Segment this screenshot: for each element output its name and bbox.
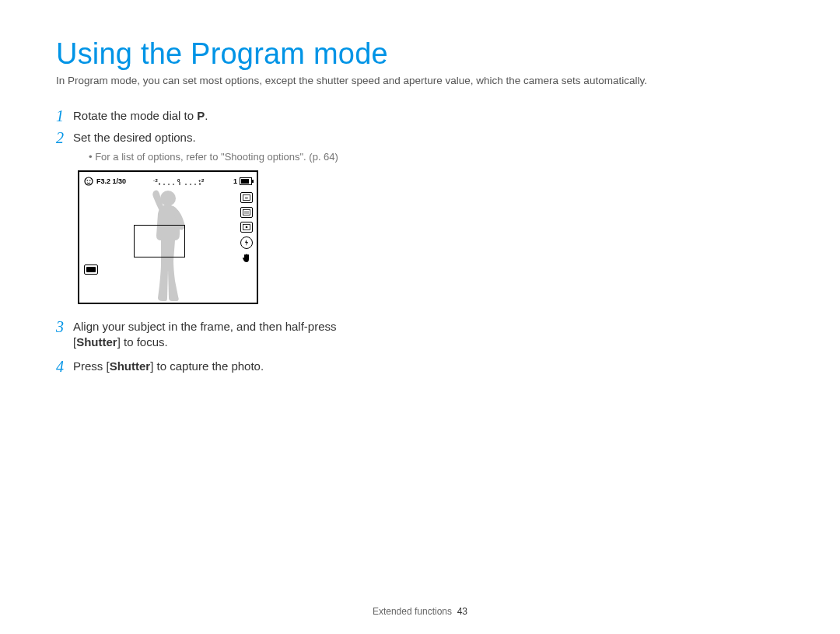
page-title: Using the Program mode: [56, 37, 784, 71]
step-number: 1: [56, 107, 73, 124]
step4-post: ] to capture the photo.: [150, 359, 264, 373]
svg-text:M: M: [245, 196, 247, 200]
svg-point-2: [89, 180, 91, 181]
step-text: Press [Shutter] to capture the photo.: [73, 358, 264, 374]
lcd-illustration: F3.2 1/30 -2 0 +2: [78, 170, 460, 304]
face-detect-icon: [84, 177, 93, 186]
svg-text:-2: -2: [153, 178, 158, 183]
quality-icon: [240, 207, 253, 218]
step-text: Align your subject in the frame, and the…: [73, 318, 337, 351]
step3-post: ] to focus.: [117, 335, 168, 349]
shutter-label: Shutter: [76, 335, 117, 349]
shutter-label: Shutter: [110, 359, 151, 373]
step-2-bullet: For a list of options, refer to "Shootin…: [89, 151, 460, 163]
svg-point-22: [246, 226, 248, 229]
svg-point-0: [85, 177, 93, 185]
drive-mode-icon: [84, 264, 98, 275]
step-4: 4 Press [Shutter] to capture the photo.: [56, 358, 460, 375]
battery-icon: [240, 177, 252, 185]
step-number: 2: [56, 129, 73, 146]
camera-lcd: F3.2 1/30 -2 0 +2: [78, 170, 258, 304]
step1-post: .: [205, 109, 208, 122]
resolution-icon: M: [240, 192, 253, 203]
footer-page-number: 43: [457, 606, 467, 617]
footer-section: Extended functions: [373, 606, 452, 617]
manual-page: Using the Program mode In Program mode, …: [0, 0, 840, 375]
step3-line1: Align your subject in the frame, and the…: [73, 320, 337, 333]
step-text: Rotate the mode dial to P.: [73, 107, 208, 124]
step4-pre: Press [: [73, 359, 110, 373]
mode-p-icon: P: [197, 109, 205, 122]
lcd-right-icons: M: [240, 192, 253, 265]
step-3: 3 Align your subject in the frame, and t…: [56, 318, 460, 351]
lcd-top-left: F3.2 1/30: [84, 177, 126, 186]
step-number: 4: [56, 358, 73, 375]
ois-icon: [241, 253, 252, 265]
af-frame: [134, 225, 185, 257]
page-footer: Extended functions 43: [0, 606, 840, 617]
step-number: 3: [56, 318, 73, 335]
flash-off-icon: [240, 236, 253, 249]
intro-text: In Program mode, you can set most option…: [56, 74, 784, 89]
metering-icon: [240, 222, 253, 233]
svg-text:+2: +2: [198, 178, 205, 183]
shots-remaining: 1: [233, 177, 237, 185]
svg-point-23: [160, 191, 176, 206]
step1-pre: Rotate the mode dial to: [73, 109, 197, 122]
step-text: Set the desired options.: [73, 129, 196, 145]
svg-point-1: [87, 180, 89, 181]
aperture-shutter-readout: F3.2 1/30: [96, 177, 126, 185]
step-1: 1 Rotate the mode dial to P.: [56, 107, 460, 124]
step-2: 2 Set the desired options.: [56, 129, 460, 146]
lcd-top-right: 1: [233, 177, 252, 185]
steps-list: 1 Rotate the mode dial to P. 2 Set the d…: [56, 107, 460, 376]
